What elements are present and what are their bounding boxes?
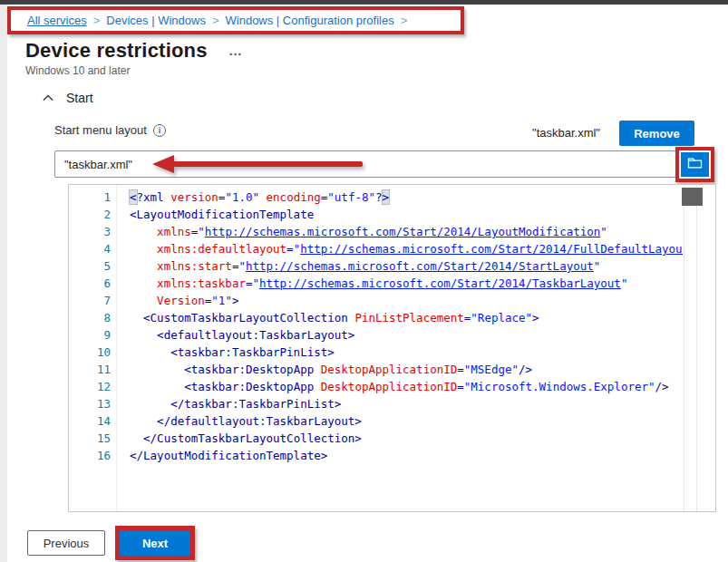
xml-code-editor[interactable]: 1<?xml version="1.0" encoding="utf-8"?>2… bbox=[68, 184, 716, 512]
code-line[interactable]: 12 <taskbar:DesktopApp DesktopApplicatio… bbox=[69, 378, 683, 395]
line-number: 14 bbox=[69, 412, 111, 430]
line-number: 3 bbox=[69, 223, 111, 240]
code-text: <defaultlayout:TaskbarLayout> bbox=[130, 326, 354, 344]
line-number: 12 bbox=[69, 378, 111, 395]
code-text: xmlns="http://schemas.microsoft.com/Star… bbox=[130, 223, 607, 240]
line-number: 7 bbox=[69, 292, 111, 309]
window-top-bar bbox=[0, 0, 728, 5]
start-menu-layout-label: Start menu layout i bbox=[54, 123, 166, 137]
scrollbar-thumb[interactable] bbox=[682, 188, 703, 206]
code-line[interactable]: 15 </CustomTaskbarLayoutCollection> bbox=[69, 430, 683, 447]
code-text: </defaultlayout:TaskbarLayout> bbox=[130, 412, 362, 430]
code-text: xmlns:defaultlayout="http://schemas.micr… bbox=[130, 240, 683, 257]
uploaded-file-name: "taskbar.xml" bbox=[506, 126, 600, 140]
page-subtitle: Windows 10 and later bbox=[25, 64, 130, 77]
code-line[interactable]: 9 <defaultlayout:TaskbarLayout> bbox=[69, 326, 683, 344]
code-text: <LayoutModificationTemplate bbox=[130, 206, 314, 223]
line-number: 2 bbox=[69, 206, 111, 223]
code-line[interactable]: 1<?xml version="1.0" encoding="utf-8"?> bbox=[69, 189, 683, 206]
code-line[interactable]: 4 xmlns:defaultlayout="http://schemas.mi… bbox=[69, 240, 683, 257]
scrollbar-track-line bbox=[684, 185, 684, 511]
code-text: xmlns:start="http://schemas.microsoft.co… bbox=[130, 257, 600, 275]
code-text: xmlns:taskbar="http://schemas.microsoft.… bbox=[130, 275, 627, 292]
remove-button[interactable]: Remove bbox=[619, 121, 694, 146]
code-text: <taskbar:DesktopApp DesktopApplicationID… bbox=[130, 378, 669, 395]
info-icon[interactable]: i bbox=[153, 124, 166, 137]
code-line[interactable]: 3 xmlns="http://schemas.microsoft.com/St… bbox=[69, 223, 683, 240]
code-text: </CustomTaskbarLayoutCollection> bbox=[130, 430, 362, 447]
code-line[interactable]: 5 xmlns:start="http://schemas.microsoft.… bbox=[69, 257, 683, 275]
line-number: 5 bbox=[69, 257, 111, 275]
line-number: 10 bbox=[69, 344, 111, 361]
annotation-box-browse bbox=[675, 147, 714, 182]
code-line[interactable]: 2<LayoutModificationTemplate bbox=[69, 206, 683, 223]
page-title: Device restrictions bbox=[25, 39, 208, 63]
line-number: 6 bbox=[69, 275, 111, 292]
code-text: <CustomTaskbarLayoutCollection PinListPl… bbox=[130, 309, 539, 326]
device-restrictions-page: All services>Devices | Windows>Windows |… bbox=[0, 0, 728, 562]
code-text: Version="1"> bbox=[130, 292, 238, 309]
code-line[interactable]: 16</LayoutModificationTemplate> bbox=[69, 447, 683, 464]
left-scroll-gutter bbox=[0, 5, 7, 562]
annotation-box-breadcrumb bbox=[7, 6, 464, 34]
code-text: </LayoutModificationTemplate> bbox=[130, 447, 327, 464]
start-menu-layout-file-input[interactable] bbox=[54, 150, 676, 178]
code-line[interactable]: 14 </defaultlayout:TaskbarLayout> bbox=[69, 412, 683, 430]
line-number: 1 bbox=[69, 189, 111, 206]
chevron-up-icon[interactable] bbox=[43, 94, 53, 102]
line-number: 13 bbox=[69, 395, 111, 412]
previous-button[interactable]: Previous bbox=[27, 530, 105, 556]
section-start-label: Start bbox=[66, 91, 93, 105]
annotation-box-next bbox=[115, 526, 195, 560]
section-start-toggle[interactable]: Start bbox=[43, 91, 93, 105]
code-line[interactable]: 11 <taskbar:DesktopApp DesktopApplicatio… bbox=[69, 361, 683, 378]
code-line[interactable]: 7 Version="1"> bbox=[69, 292, 683, 309]
code-text: </taskbar:TaskbarPinList> bbox=[130, 395, 341, 412]
line-number: 4 bbox=[69, 240, 111, 257]
code-line[interactable]: 10 <taskbar:TaskbarPinList> bbox=[69, 344, 683, 361]
code-text: <taskbar:TaskbarPinList> bbox=[130, 344, 335, 361]
code-line[interactable]: 13 </taskbar:TaskbarPinList> bbox=[69, 395, 683, 412]
line-number: 15 bbox=[69, 430, 111, 447]
code-lines[interactable]: 1<?xml version="1.0" encoding="utf-8"?>2… bbox=[69, 185, 683, 511]
code-line[interactable]: 8 <CustomTaskbarLayoutCollection PinList… bbox=[69, 309, 683, 326]
line-number: 16 bbox=[69, 447, 111, 464]
line-number: 8 bbox=[69, 309, 111, 326]
code-line[interactable]: 6 xmlns:taskbar="http://schemas.microsof… bbox=[69, 275, 683, 292]
line-number: 11 bbox=[69, 361, 111, 378]
code-text: <taskbar:DesktopApp DesktopApplicationID… bbox=[130, 361, 532, 378]
line-number: 9 bbox=[69, 326, 111, 344]
code-text: <?xml version="1.0" encoding="utf-8"?> bbox=[130, 189, 389, 206]
scrollbar-track-line bbox=[696, 185, 697, 511]
more-options-icon[interactable]: … bbox=[228, 43, 243, 58]
